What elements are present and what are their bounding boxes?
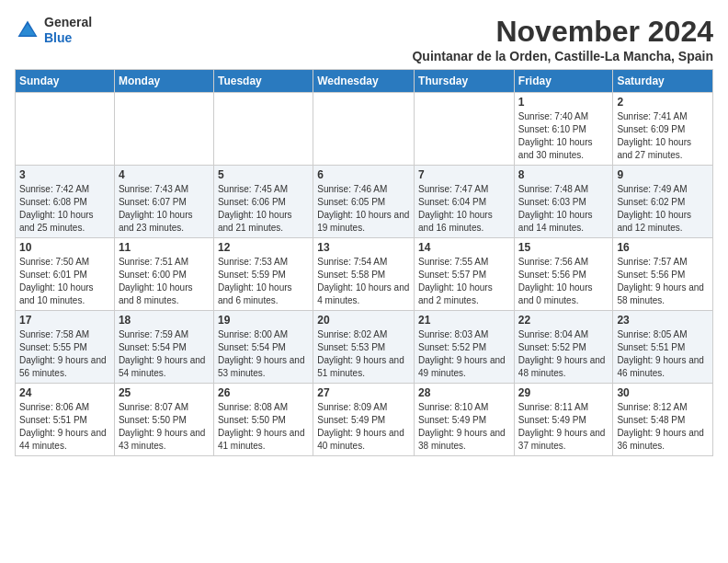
week-row-1: 1Sunrise: 7:40 AMSunset: 6:10 PMDaylight… [16,93,713,166]
day-info: Sunrise: 8:06 AMSunset: 5:51 PMDaylight:… [19,401,110,453]
day-cell: 25Sunrise: 8:07 AMSunset: 5:50 PMDayligh… [114,384,213,456]
day-cell: 10Sunrise: 7:50 AMSunset: 6:01 PMDayligh… [16,238,115,311]
week-row-3: 10Sunrise: 7:50 AMSunset: 6:01 PMDayligh… [16,238,713,311]
day-info: Sunrise: 7:59 AMSunset: 5:54 PMDaylight:… [119,328,210,380]
logo-general-text: General [44,15,92,30]
day-number: 5 [218,168,309,181]
week-row-5: 24Sunrise: 8:06 AMSunset: 5:51 PMDayligh… [16,384,713,456]
day-cell: 28Sunrise: 8:10 AMSunset: 5:49 PMDayligh… [415,384,515,456]
day-number: 15 [518,241,609,254]
day-info: Sunrise: 7:58 AMSunset: 5:55 PMDaylight:… [19,328,110,380]
day-number: 10 [19,241,110,254]
day-info: Sunrise: 7:41 AMSunset: 6:09 PMDaylight:… [617,110,709,162]
weekday-header-thursday: Thursday [415,70,515,93]
day-cell: 23Sunrise: 8:05 AMSunset: 5:51 PMDayligh… [613,311,713,384]
day-cell: 12Sunrise: 7:53 AMSunset: 5:59 PMDayligh… [213,238,313,311]
day-info: Sunrise: 8:08 AMSunset: 5:50 PMDaylight:… [218,401,309,453]
day-info: Sunrise: 7:53 AMSunset: 5:59 PMDaylight:… [218,256,309,307]
day-info: Sunrise: 7:56 AMSunset: 5:56 PMDaylight:… [518,256,609,307]
day-number: 21 [418,314,510,327]
month-title: November 2024 [412,15,713,49]
day-number: 25 [119,386,210,399]
day-info: Sunrise: 8:00 AMSunset: 5:54 PMDaylight:… [218,328,309,380]
day-info: Sunrise: 8:02 AMSunset: 5:53 PMDaylight:… [317,328,410,380]
day-info: Sunrise: 7:45 AMSunset: 6:06 PMDaylight:… [218,183,309,235]
day-info: Sunrise: 7:42 AMSunset: 6:08 PMDaylight:… [19,183,110,235]
day-info: Sunrise: 7:47 AMSunset: 6:04 PMDaylight:… [418,183,510,235]
day-cell: 21Sunrise: 8:03 AMSunset: 5:52 PMDayligh… [415,311,515,384]
day-number: 18 [119,314,210,327]
day-number: 11 [119,241,210,254]
day-info: Sunrise: 8:11 AMSunset: 5:49 PMDaylight:… [518,401,609,453]
day-number: 20 [317,314,410,327]
day-info: Sunrise: 7:48 AMSunset: 6:03 PMDaylight:… [518,183,609,235]
weekday-header-friday: Friday [514,70,613,93]
day-number: 23 [617,314,709,327]
day-cell: 24Sunrise: 8:06 AMSunset: 5:51 PMDayligh… [16,384,115,456]
day-number: 24 [19,386,110,399]
day-info: Sunrise: 7:49 AMSunset: 6:02 PMDaylight:… [617,183,709,235]
day-number: 13 [317,241,410,254]
day-number: 2 [617,96,709,109]
day-cell: 30Sunrise: 8:12 AMSunset: 5:48 PMDayligh… [613,384,713,456]
day-number: 26 [218,386,309,399]
day-info: Sunrise: 7:51 AMSunset: 6:00 PMDaylight:… [119,256,210,307]
day-cell: 13Sunrise: 7:54 AMSunset: 5:58 PMDayligh… [313,238,415,311]
day-number: 3 [19,168,110,181]
day-number: 6 [317,168,410,181]
day-cell: 22Sunrise: 8:04 AMSunset: 5:52 PMDayligh… [514,311,613,384]
day-info: Sunrise: 7:46 AMSunset: 6:05 PMDaylight:… [317,183,410,235]
day-cell: 20Sunrise: 8:02 AMSunset: 5:53 PMDayligh… [313,311,415,384]
day-cell: 8Sunrise: 7:48 AMSunset: 6:03 PMDaylight… [514,166,613,238]
weekday-header-row: SundayMondayTuesdayWednesdayThursdayFrid… [16,70,713,93]
day-info: Sunrise: 8:07 AMSunset: 5:50 PMDaylight:… [119,401,210,453]
day-info: Sunrise: 7:54 AMSunset: 5:58 PMDaylight:… [317,256,410,307]
day-cell: 7Sunrise: 7:47 AMSunset: 6:04 PMDaylight… [415,166,515,238]
weekday-header-monday: Monday [114,70,213,93]
day-number: 16 [617,241,709,254]
logo: General Blue [15,15,92,46]
weekday-header-sunday: Sunday [16,70,115,93]
day-cell: 14Sunrise: 7:55 AMSunset: 5:57 PMDayligh… [415,238,515,311]
page-header: General Blue November 2024 Quintanar de … [15,15,713,63]
day-info: Sunrise: 7:57 AMSunset: 5:56 PMDaylight:… [617,256,709,307]
day-info: Sunrise: 8:05 AMSunset: 5:51 PMDaylight:… [617,328,709,380]
day-cell: 17Sunrise: 7:58 AMSunset: 5:55 PMDayligh… [16,311,115,384]
day-cell [114,93,213,166]
day-info: Sunrise: 8:03 AMSunset: 5:52 PMDaylight:… [418,328,510,380]
weekday-header-saturday: Saturday [613,70,713,93]
day-info: Sunrise: 7:50 AMSunset: 6:01 PMDaylight:… [19,256,110,307]
day-cell: 11Sunrise: 7:51 AMSunset: 6:00 PMDayligh… [114,238,213,311]
day-info: Sunrise: 8:12 AMSunset: 5:48 PMDaylight:… [617,401,709,453]
day-cell: 5Sunrise: 7:45 AMSunset: 6:06 PMDaylight… [213,166,313,238]
day-cell: 15Sunrise: 7:56 AMSunset: 5:56 PMDayligh… [514,238,613,311]
title-area: November 2024 Quintanar de la Orden, Cas… [412,15,713,63]
logo-icon [15,17,40,43]
day-cell: 4Sunrise: 7:43 AMSunset: 6:07 PMDaylight… [114,166,213,238]
day-number: 19 [218,314,309,327]
day-number: 28 [418,386,510,399]
logo-blue-text: Blue [44,30,92,46]
day-number: 14 [418,241,510,254]
day-cell: 19Sunrise: 8:00 AMSunset: 5:54 PMDayligh… [213,311,313,384]
day-cell: 29Sunrise: 8:11 AMSunset: 5:49 PMDayligh… [514,384,613,456]
calendar-table: SundayMondayTuesdayWednesdayThursdayFrid… [15,69,713,456]
day-number: 30 [617,386,709,399]
day-number: 17 [19,314,110,327]
day-cell: 9Sunrise: 7:49 AMSunset: 6:02 PMDaylight… [613,166,713,238]
day-cell: 16Sunrise: 7:57 AMSunset: 5:56 PMDayligh… [613,238,713,311]
day-cell [415,93,515,166]
day-info: Sunrise: 8:09 AMSunset: 5:49 PMDaylight:… [317,401,410,453]
day-number: 22 [518,314,609,327]
weekday-header-tuesday: Tuesday [213,70,313,93]
day-number: 7 [418,168,510,181]
week-row-2: 3Sunrise: 7:42 AMSunset: 6:08 PMDaylight… [16,166,713,238]
location-subtitle: Quintanar de la Orden, Castille-La Manch… [412,49,713,63]
day-cell [213,93,313,166]
day-number: 29 [518,386,609,399]
day-info: Sunrise: 8:04 AMSunset: 5:52 PMDaylight:… [518,328,609,380]
day-number: 4 [119,168,210,181]
week-row-4: 17Sunrise: 7:58 AMSunset: 5:55 PMDayligh… [16,311,713,384]
day-info: Sunrise: 8:10 AMSunset: 5:49 PMDaylight:… [418,401,510,453]
weekday-header-wednesday: Wednesday [313,70,415,93]
